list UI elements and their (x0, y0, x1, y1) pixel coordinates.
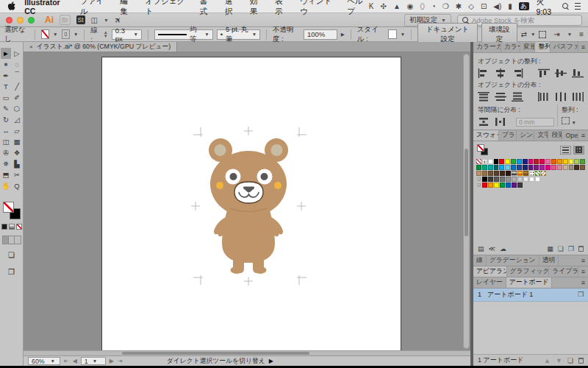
tab-appearance-menu-icon[interactable]: ≡ (578, 268, 588, 275)
swatch[interactable] (580, 165, 585, 170)
swatch[interactable] (506, 183, 511, 188)
swatch[interactable] (557, 159, 562, 164)
fill-stroke-widget[interactable] (3, 202, 21, 219)
spacing-value-input[interactable] (516, 118, 554, 127)
swatch[interactable] (494, 171, 499, 176)
move-down-icon[interactable]: ▼ (556, 357, 562, 364)
swatch[interactable] (482, 171, 487, 176)
distribute-d-v-bot-icon[interactable] (512, 92, 523, 102)
distribute-d-h-left-icon[interactable] (538, 92, 550, 102)
swatch[interactable] (488, 159, 493, 164)
tab-align-1[interactable]: カラー (501, 42, 520, 53)
paintbrush-tool[interactable]: ✐ (12, 92, 22, 103)
opacity-field[interactable]: 100% (304, 29, 337, 40)
tab-swatch-2[interactable]: シンボ (517, 130, 534, 141)
swatch[interactable] (494, 159, 499, 164)
scale-tool[interactable]: ◿ (12, 114, 22, 125)
slice-tool[interactable]: ✂ (12, 169, 22, 180)
align-to-selection-icon[interactable] (562, 117, 570, 124)
new-artboard-icon[interactable]: ❏ (567, 357, 573, 364)
menu-item-2[interactable]: 編集 (120, 0, 134, 17)
edit-toolbar-icon[interactable]: ❐ (8, 268, 15, 276)
swatch[interactable] (539, 165, 545, 170)
spacing-sp-v-icon[interactable] (478, 117, 490, 127)
menu-item-0[interactable]: Illustrator CC (24, 0, 69, 15)
stepper-icon[interactable]: ▲▼ (104, 31, 108, 38)
swatch[interactable] (545, 165, 551, 170)
swatches-fill-stroke-proxy[interactable] (477, 144, 488, 155)
swatch[interactable] (505, 165, 510, 170)
tab-align-menu-icon[interactable]: ≡ (578, 43, 588, 51)
draw-inside-mode[interactable] (15, 236, 21, 244)
gradient-button[interactable] (9, 224, 15, 230)
spacing-sp-h-icon[interactable] (495, 117, 506, 127)
align-h-center-icon[interactable] (495, 68, 506, 78)
swatch-pattern[interactable] (535, 171, 540, 176)
perspective-grid-tool[interactable]: ◫ (1, 136, 11, 147)
grid-view-button[interactable] (573, 146, 584, 155)
swatch[interactable] (539, 159, 545, 164)
hand-tool[interactable]: ✋ (1, 180, 11, 191)
tab-appearance-1[interactable]: グラフィックスタ (507, 266, 550, 277)
notification-center-icon[interactable] (575, 3, 581, 10)
swatch[interactable] (528, 165, 534, 170)
swatch[interactable] (499, 159, 504, 164)
camera-icon[interactable]: ◉ (407, 3, 414, 10)
swatch-gradient[interactable] (512, 171, 517, 176)
swatch[interactable] (506, 177, 511, 182)
curvature-tool[interactable]: ⌒ (12, 70, 22, 81)
chat-icon[interactable]: ❍ (442, 3, 449, 10)
menu-item-1[interactable]: ファイル (80, 0, 109, 17)
chevron-down-icon[interactable]: ▼ (572, 120, 576, 125)
delete-swatch-icon[interactable] (578, 246, 584, 252)
bear-illustration[interactable] (191, 125, 309, 287)
tab-appearance-2[interactable]: ライブラリ (549, 266, 578, 277)
distribute-d-v-top-icon[interactable] (478, 92, 490, 102)
graph-tool[interactable]: ▙ (12, 158, 22, 169)
swatch[interactable] (512, 183, 517, 188)
magic-wand-tool[interactable]: ✶ (1, 59, 11, 70)
pencil-tool[interactable]: ✎ (1, 103, 11, 114)
symbol-sprayer-tool[interactable]: ✵ (1, 158, 11, 169)
swatch-registration[interactable]: ✛ (482, 159, 487, 164)
artboard-page-icon[interactable]: ❒ (578, 291, 584, 298)
eyedropper-tool[interactable]: ✇ (1, 147, 11, 158)
first-artboard-icon[interactable]: ⇤ (64, 358, 69, 364)
list-view-button[interactable] (560, 146, 571, 155)
apple-icon[interactable] (7, 1, 15, 11)
menu-item-5[interactable]: 選択 (225, 0, 239, 17)
menu-item-4[interactable]: 書式 (199, 0, 213, 17)
zoom-tool[interactable]: Q (12, 180, 22, 191)
menu-item-6[interactable]: 効果 (250, 0, 264, 17)
arrange-documents-icon[interactable]: ◫ (91, 16, 98, 24)
status-flyout-icon[interactable]: ▶ (269, 358, 273, 364)
align-h-right-icon[interactable] (512, 68, 523, 78)
swatch[interactable] (517, 159, 522, 164)
tab-stroke-0[interactable]: 線 (473, 255, 487, 266)
swatch[interactable] (534, 159, 539, 164)
clock-icon[interactable]: ◔ (431, 3, 436, 10)
swatch[interactable] (580, 159, 585, 164)
menu-item-3[interactable]: オブジェクト (146, 0, 189, 17)
chevron-down-icon[interactable]: ▼ (53, 32, 57, 37)
brush-field[interactable]: • 5 pt. 丸筆 ▼ (217, 29, 260, 40)
width-tool[interactable]: ↔ (1, 125, 11, 136)
swatch[interactable] (512, 177, 517, 182)
swatch[interactable] (574, 165, 579, 170)
tab-stroke-2[interactable]: 透明 (539, 255, 559, 266)
swatch[interactable] (506, 171, 511, 176)
direct-selection-tool[interactable]: ▷ (12, 48, 22, 59)
chevron-down-icon[interactable]: ▼ (567, 32, 572, 37)
swatch-gradient[interactable] (517, 171, 523, 176)
align-v-top-icon[interactable] (538, 68, 550, 78)
none-button[interactable] (16, 224, 22, 230)
distribute-d-v-mid-icon[interactable] (495, 92, 506, 102)
swatch[interactable] (488, 171, 493, 176)
last-artboard-icon[interactable]: ⇥ (118, 358, 123, 364)
touch-type-icon[interactable]: ⇄ (521, 30, 527, 38)
tab-swatch-3[interactable]: 文字 (534, 130, 548, 141)
screen-mode-button[interactable]: ❏ (8, 251, 15, 259)
pen-tool[interactable]: ✒ (1, 70, 11, 81)
artboard-nav-field[interactable]: 1 ▼ (81, 357, 106, 365)
drawing-modes-control[interactable] (2, 236, 21, 244)
